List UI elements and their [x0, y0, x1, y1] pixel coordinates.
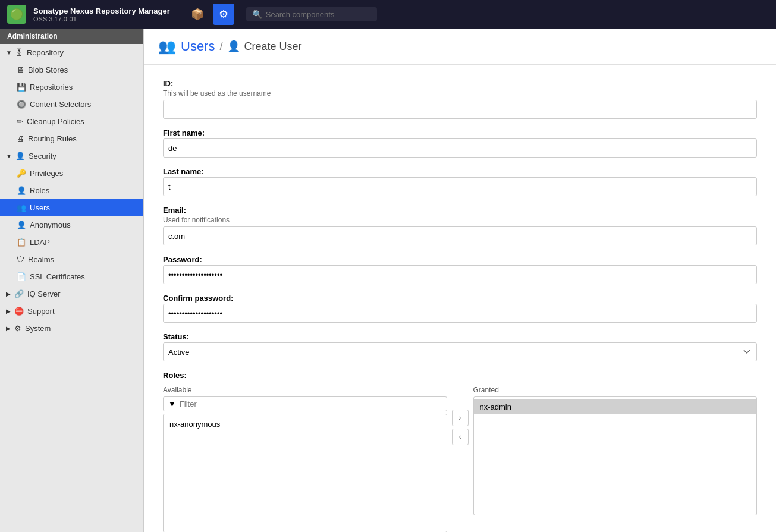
security-icon: 👤 [15, 152, 25, 160]
content-area: 👥 Users / 👤 Create User ID: This will be… [144, 29, 776, 532]
create-user-form: ID: This will be used as the username Fi… [144, 65, 776, 532]
lastname-input[interactable] [163, 177, 757, 196]
search-icon: 🔍 [252, 10, 262, 19]
lastname-label: Last name: [163, 167, 757, 176]
browse-icon-btn[interactable]: 📦 [187, 4, 208, 25]
sidebar-item-ldap[interactable]: 📋 LDAP [0, 234, 143, 251]
routing-rules-label: Routing Rules [28, 134, 77, 143]
header-icons: 📦 ⚙ [187, 4, 234, 25]
system-icon: ⚙ [14, 324, 21, 333]
id-input[interactable] [163, 100, 757, 119]
content-selectors-icon: 🔘 [17, 100, 26, 109]
page-current-title: Create User [244, 40, 301, 53]
caret-iq-server: ▶ [6, 291, 11, 297]
ldap-icon: 📋 [17, 238, 26, 247]
sidebar-section-system[interactable]: ▶ ⚙ System [0, 320, 143, 337]
sidebar-item-roles[interactable]: 👤 Roles [0, 182, 143, 199]
users-icon: 👥 [17, 203, 26, 212]
breadcrumb-current: 👤 Create User [227, 40, 301, 53]
email-field: Email: Used for notifications [163, 206, 757, 245]
caret-system: ▶ [6, 325, 11, 332]
ssl-certificates-label: SSL Certificates [30, 272, 85, 281]
support-icon: ⛔ [14, 307, 24, 316]
sidebar-item-routing-rules[interactable]: 🖨 Routing Rules [0, 130, 143, 147]
firstname-label: First name: [163, 128, 757, 137]
roles-label: Roles: [163, 371, 757, 380]
confirm-password-input[interactable] [163, 304, 757, 323]
blob-stores-icon: 🖥 [17, 65, 24, 74]
firstname-field: First name: [163, 128, 757, 158]
granted-label: Granted [473, 386, 758, 394]
roles-arrows: › ‹ [452, 410, 469, 445]
ssl-certificates-icon: 📄 [17, 272, 26, 281]
password-label: Password: [163, 255, 757, 264]
sidebar: Administration ▼ 🗄 Repository 🖥 Blob Sto… [0, 29, 144, 532]
available-roles-list: nx-anonymous [163, 414, 447, 532]
roles-label: Roles [30, 186, 49, 195]
move-right-button[interactable]: › [452, 410, 469, 426]
status-select[interactable]: Active Disabled [163, 342, 757, 361]
firstname-input[interactable] [163, 138, 757, 158]
privileges-icon: 🔑 [17, 169, 26, 178]
sidebar-section-support[interactable]: ▶ ⛔ Support [0, 303, 143, 320]
status-field: Status: Active Disabled [163, 332, 757, 361]
create-user-icon: 👤 [227, 40, 240, 53]
id-hint: This will be used as the username [163, 89, 757, 97]
content-selectors-label: Content Selectors [30, 100, 91, 109]
privileges-label: Privileges [30, 169, 63, 178]
app-name: Sonatype Nexus Repository Manager [33, 7, 170, 15]
app-version: OSS 3.17.0-01 [33, 15, 170, 23]
breadcrumb-link[interactable]: Users [181, 39, 215, 54]
roles-icon: 👤 [17, 186, 26, 195]
main-layout: Administration ▼ 🗄 Repository 🖥 Blob Sto… [0, 29, 776, 532]
sidebar-item-realms[interactable]: 🛡 Realms [0, 251, 143, 268]
users-label: Users [30, 203, 50, 212]
iq-server-icon: 🔗 [14, 289, 24, 298]
email-label: Email: [163, 206, 757, 215]
sidebar-item-cleanup-policies[interactable]: ✏ Cleanup Policies [0, 113, 143, 130]
sidebar-item-content-selectors[interactable]: 🔘 Content Selectors [0, 96, 143, 113]
sidebar-item-ssl-certificates[interactable]: 📄 SSL Certificates [0, 268, 143, 285]
caret-repository: ▼ [6, 49, 12, 56]
lastname-field: Last name: [163, 167, 757, 196]
available-roles-box: Available ▼ nx-anonymous [163, 386, 447, 532]
sidebar-item-repositories[interactable]: 💾 Repositories [0, 78, 143, 96]
caret-support: ▶ [6, 308, 11, 314]
email-input[interactable] [163, 226, 757, 245]
page-breadcrumb-icon: 👥 [158, 38, 176, 55]
iq-server-label: IQ Server [27, 289, 61, 298]
realms-icon: 🛡 [17, 255, 24, 264]
anonymous-icon: 👤 [17, 221, 26, 229]
available-role-nx-anonymous[interactable]: nx-anonymous [164, 417, 447, 432]
sidebar-section-iq-server[interactable]: ▶ 🔗 IQ Server [0, 285, 143, 303]
sidebar-item-users[interactable]: 👥 Users [0, 199, 143, 216]
search-input[interactable] [266, 10, 371, 19]
sidebar-section-security-label: Security [29, 152, 56, 160]
password-input[interactable] [163, 265, 757, 284]
roles-layout: Available ▼ nx-anonymous › ‹ [163, 386, 757, 532]
anonymous-label: Anonymous [30, 221, 71, 229]
confirm-password-field: Confirm password: [163, 294, 757, 323]
password-field: Password: [163, 255, 757, 284]
confirm-password-label: Confirm password: [163, 294, 757, 303]
sidebar-section-repository[interactable]: ▼ 🗄 Repository [0, 44, 143, 61]
cleanup-policies-label: Cleanup Policies [27, 117, 84, 126]
repo-icon: 🗄 [15, 48, 23, 57]
granted-role-nx-admin[interactable]: nx-admin [474, 399, 757, 414]
app-header: 🟢 Sonatype Nexus Repository Manager OSS … [0, 0, 776, 29]
roles-filter-input[interactable] [180, 399, 442, 408]
move-left-button[interactable]: ‹ [452, 429, 469, 445]
sidebar-item-blob-stores[interactable]: 🖥 Blob Stores [0, 61, 143, 78]
sidebar-section-security[interactable]: ▼ 👤 Security [0, 147, 143, 165]
search-box[interactable]: 🔍 [246, 7, 377, 21]
admin-icon-btn[interactable]: ⚙ [213, 4, 234, 25]
breadcrumb-separator: / [219, 40, 222, 53]
id-label: ID: [163, 79, 757, 88]
granted-roles-list: nx-admin [473, 396, 758, 515]
ldap-label: LDAP [30, 238, 50, 247]
caret-security: ▼ [6, 153, 12, 159]
status-label: Status: [163, 332, 757, 341]
sidebar-item-privileges[interactable]: 🔑 Privileges [0, 165, 143, 182]
sidebar-item-anonymous[interactable]: 👤 Anonymous [0, 216, 143, 234]
roles-filter[interactable]: ▼ [163, 396, 447, 411]
